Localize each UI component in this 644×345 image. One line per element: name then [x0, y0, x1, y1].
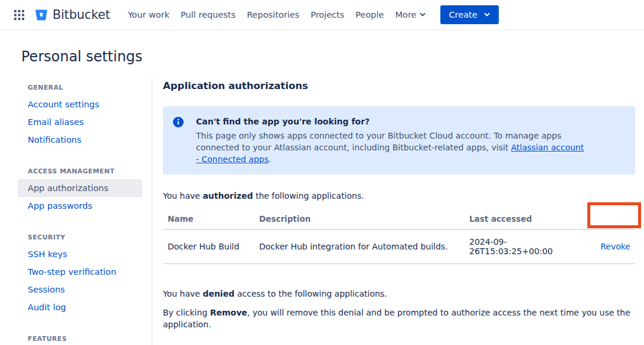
- app-switcher-icon[interactable]: [9, 5, 28, 24]
- denied-section: You have denied access to the following …: [163, 288, 635, 345]
- chevron-down-icon: [419, 11, 426, 18]
- app-action-cell: Revoke: [589, 229, 635, 264]
- table-header-row: Name Description: [163, 340, 635, 345]
- column-header-action: [589, 210, 635, 229]
- main-content: Application authorizations Can't find th…: [163, 80, 635, 345]
- info-panel-text: Can't find the app you're looking for? T…: [196, 116, 586, 165]
- column-header-name: Name: [163, 210, 254, 229]
- nav-item-people[interactable]: People: [355, 6, 384, 23]
- sidebar-item-app-authorizations[interactable]: App authorizations: [18, 179, 142, 197]
- sidebar-item-app-passwords[interactable]: App passwords: [18, 197, 142, 215]
- settings-sidebar: GENERAL Account settings Email aliases N…: [18, 80, 142, 345]
- sidebar-section-header: GENERAL: [18, 80, 142, 96]
- denied-intro-suffix: access to the following applications.: [234, 289, 387, 298]
- denied-apps-table: Name Description You have not denied acc…: [163, 340, 635, 345]
- sidebar-section-header: FEATURES: [18, 331, 142, 345]
- sidebar-section-access-management: ACCESS MANAGEMENT App authorizations App…: [18, 164, 142, 215]
- column-header-name: Name: [163, 340, 323, 345]
- nav-item-your-work[interactable]: Your work: [128, 6, 169, 23]
- sidebar-item-two-step-verification[interactable]: Two-step verification: [18, 263, 142, 281]
- table-row: Docker Hub Build Docker Hub integration …: [163, 229, 635, 264]
- denied-intro: You have denied access to the following …: [163, 288, 635, 300]
- sidebar-divider: [152, 78, 152, 345]
- logo-text: Bitbucket: [53, 8, 110, 22]
- authorized-intro-bold: authorized: [202, 191, 253, 201]
- table-header-row: Name Description Last accessed: [163, 210, 635, 229]
- column-header-description: Description: [323, 340, 635, 345]
- sidebar-section-header: SECURITY: [18, 230, 142, 245]
- info-icon: [172, 116, 187, 165]
- authorized-intro-suffix: the following applications.: [253, 191, 364, 201]
- info-panel-body: This page only shows apps connected to y…: [196, 130, 586, 165]
- authorized-apps-table: Name Description Last accessed Docker Hu…: [163, 210, 635, 264]
- nav-links: Your work Pull requests Repositories Pro…: [128, 6, 426, 23]
- authorized-intro-prefix: You have: [163, 191, 202, 201]
- sidebar-item-account-settings[interactable]: Account settings: [18, 96, 142, 113]
- create-button-label: Create: [449, 10, 477, 19]
- column-header-description: Description: [254, 210, 465, 229]
- authorized-intro: You have authorized the following applic…: [163, 190, 635, 202]
- sidebar-section-general: GENERAL Account settings Email aliases N…: [18, 80, 142, 149]
- app-description-cell: Docker Hub integration for Automated bui…: [254, 229, 465, 264]
- info-body-text: This page only shows apps connected to y…: [196, 131, 561, 152]
- remove-note: By clicking Remove, you will remove this…: [163, 307, 635, 330]
- remove-note-prefix: By clicking: [163, 308, 210, 317]
- chevron-down-icon: [483, 11, 491, 18]
- create-button[interactable]: Create: [440, 5, 498, 24]
- sidebar-item-audit-log[interactable]: Audit log: [18, 298, 142, 316]
- info-body-period: .: [269, 155, 271, 164]
- top-navigation: Bitbucket Your work Pull requests Reposi…: [0, 0, 644, 30]
- app-name-cell: Docker Hub Build: [163, 229, 254, 264]
- app-last-accessed-cell: 2024-09-26T15:03:25+00:00: [465, 229, 589, 264]
- denied-intro-bold: denied: [202, 289, 234, 298]
- remove-note-bold: Remove: [210, 308, 247, 317]
- revoke-link[interactable]: Revoke: [600, 242, 630, 251]
- sidebar-section-features: FEATURES Labs: [18, 331, 142, 345]
- sidebar-section-security: SECURITY SSH keys Two-step verification …: [18, 230, 142, 316]
- sidebar-item-ssh-keys[interactable]: SSH keys: [18, 245, 142, 263]
- info-panel: Can't find the app you're looking for? T…: [163, 106, 635, 175]
- nav-item-projects[interactable]: Projects: [310, 6, 344, 23]
- nav-item-more[interactable]: More: [395, 6, 427, 23]
- bitbucket-logo[interactable]: Bitbucket: [34, 8, 110, 22]
- sidebar-item-email-aliases[interactable]: Email aliases: [18, 113, 142, 131]
- sidebar-section-header: ACCESS MANAGEMENT: [18, 164, 142, 179]
- denied-intro-prefix: You have: [163, 289, 202, 298]
- nav-item-pull-requests[interactable]: Pull requests: [181, 6, 236, 23]
- info-panel-title: Can't find the app you're looking for?: [196, 116, 586, 127]
- sidebar-item-notifications[interactable]: Notifications: [18, 131, 142, 149]
- bitbucket-bucket-icon: [34, 8, 48, 22]
- column-header-last-accessed: Last accessed: [465, 210, 589, 229]
- sidebar-item-sessions[interactable]: Sessions: [18, 281, 142, 298]
- nav-item-repositories[interactable]: Repositories: [247, 6, 299, 23]
- grid-icon: [14, 10, 24, 20]
- section-heading: Application authorizations: [163, 80, 635, 91]
- nav-more-label: More: [395, 10, 417, 19]
- page-title: Personal settings: [21, 48, 142, 65]
